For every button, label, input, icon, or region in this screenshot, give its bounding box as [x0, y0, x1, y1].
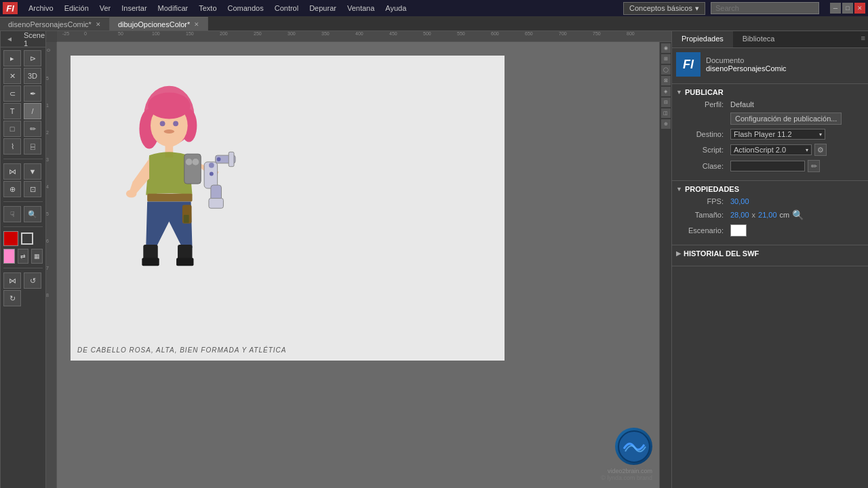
tab-propiedades[interactable]: Propiedades — [672, 31, 733, 47]
menu-texto[interactable]: Texto — [193, 3, 222, 14]
properties-header[interactable]: ▼ PROPIEDADES — [676, 185, 864, 193]
clase-input[interactable] — [730, 161, 805, 171]
ruler-label-7: 300 — [288, 31, 296, 36]
ruler-label-14: 650 — [525, 31, 533, 36]
menu-insertar[interactable]: Insertar — [116, 3, 152, 14]
right-tool-4[interactable]: ⊠ — [661, 76, 671, 85]
destino-dropdown[interactable]: Flash Player 11.2 ▾ — [730, 129, 825, 140]
menu-modificar[interactable]: Modificar — [153, 3, 194, 14]
fill-options-btn[interactable]: ▦ — [31, 249, 43, 264]
historial-label: HISTORIAL DEL SWF — [684, 249, 759, 258]
tool-extra[interactable]: ↻ — [3, 290, 21, 306]
tool-eraser[interactable]: ⊡ — [24, 181, 41, 197]
ruler-v-5: 4 — [46, 184, 49, 189]
tool-bone[interactable]: ⋈ — [3, 163, 21, 180]
ruler-row: -25 0 50 100 150 200 250 300 350 400 450… — [46, 31, 671, 42]
tab-diseno[interactable]: disenoPersonajesComic* ✕ — [0, 17, 110, 30]
right-tool-7[interactable]: ◫ — [661, 108, 671, 118]
svg-rect-20 — [147, 194, 192, 202]
unit-label: cm — [780, 211, 790, 219]
menu-archivo[interactable]: Archivo — [23, 3, 59, 14]
scene-label: Scene 1 — [24, 31, 45, 47]
tab-close-diseno[interactable]: ✕ — [96, 21, 101, 28]
watermark-line2: © lynda.com brand — [601, 474, 652, 481]
tool-pencil[interactable]: ✏ — [24, 121, 41, 137]
tool-subselection[interactable]: ⊳ — [24, 50, 41, 66]
tool-rotate[interactable]: ↺ — [24, 272, 41, 289]
stroke-color-swatch[interactable] — [21, 232, 33, 245]
tab-dibujo[interactable]: dibujoOpcionesColor* ✕ — [110, 17, 208, 30]
menu-ver[interactable]: Ver — [94, 3, 117, 14]
ruler-v-1: 5 — [46, 76, 49, 81]
script-settings-btn[interactable]: ⚙ — [814, 144, 827, 156]
swap-colors-btn[interactable]: ⇄ — [18, 249, 29, 264]
minimize-button[interactable]: ─ — [830, 3, 841, 14]
tool-eyedropper[interactable]: ⊕ — [3, 181, 21, 197]
tool-rect[interactable]: □ — [3, 121, 21, 137]
ruler-label-9: 400 — [355, 31, 363, 36]
menu-ventana[interactable]: Ventana — [342, 3, 380, 14]
workspace-dropdown[interactable]: Conceptos básicos ▾ — [623, 2, 705, 15]
script-dropdown[interactable]: ActionScript 2.0 ▾ — [730, 144, 812, 155]
perfil-value: Default — [730, 100, 754, 108]
right-tool-6[interactable]: ⊟ — [661, 98, 671, 107]
ruler-label-4: 150 — [186, 31, 194, 36]
right-tool-1[interactable]: ◉ — [661, 43, 671, 53]
svg-rect-17 — [184, 154, 201, 184]
svg-point-4 — [148, 92, 190, 119]
tool-deco[interactable]: ⌸ — [24, 138, 41, 155]
escenario-color-box[interactable] — [730, 224, 747, 237]
secondary-color-swatch[interactable] — [3, 249, 15, 264]
ruler-v-0: 0 — [46, 49, 51, 52]
tab-close-dibujo[interactable]: ✕ — [194, 21, 199, 28]
watermark-line1: video2brain.com — [601, 468, 652, 474]
tool-zoom[interactable]: 🔍 — [24, 206, 41, 222]
menu-edicion[interactable]: Edición — [59, 3, 94, 14]
tool-text[interactable]: T — [3, 103, 21, 119]
tool-selection[interactable]: ▸ — [3, 50, 21, 66]
canvas-scroll-area[interactable]: DE CABELLO ROSA, ALTA, BIEN FORMADA Y AT… — [57, 42, 659, 488]
right-tool-8[interactable]: ⊕ — [661, 119, 671, 129]
clase-edit-btn[interactable]: ✏ — [808, 160, 820, 172]
tool-brush[interactable]: ⌇ — [3, 138, 21, 155]
prop-perfil-row: Perfil: Default — [676, 100, 864, 108]
menu-ayuda[interactable]: Ayuda — [380, 3, 412, 14]
tool-bone2[interactable]: ⋈ — [3, 272, 21, 289]
prop-destino-row: Destino: Flash Player 11.2 ▾ — [676, 129, 864, 140]
tamano-magnify-icon[interactable]: 🔍 — [792, 209, 804, 220]
ruler-v-3: 2 — [46, 130, 49, 135]
historial-header[interactable]: ▶ HISTORIAL DEL SWF — [676, 249, 864, 258]
config-publicacion-btn[interactable]: Configuración de publicación... — [730, 113, 842, 125]
tab-bar: disenoPersonajesComic* ✕ dibujoOpcionesC… — [0, 16, 868, 31]
tool-pen[interactable]: ✒ — [24, 85, 41, 102]
right-tool-3[interactable]: ◯ — [661, 65, 671, 75]
scene-back-btn[interactable]: ◄ — [6, 35, 13, 43]
prop-escenario-row: Escenario: — [676, 224, 864, 237]
ruler-label-10: 450 — [389, 31, 397, 36]
panel-options-btn[interactable]: ≡ — [859, 31, 868, 47]
tool-lasso[interactable]: ⊂ — [3, 85, 21, 102]
close-button[interactable]: ✕ — [854, 3, 865, 14]
tool-hand[interactable]: ☟ — [3, 206, 21, 222]
fps-label: FPS: — [676, 197, 724, 205]
tool-3d[interactable]: 3D — [24, 68, 41, 84]
historial-arrow: ▶ — [676, 250, 681, 257]
search-input[interactable] — [711, 2, 819, 14]
prop-config-row: Configuración de publicación... — [676, 113, 864, 125]
menu-depurar[interactable]: Depurar — [304, 3, 342, 14]
tool-line[interactable]: / — [24, 103, 41, 119]
restore-button[interactable]: □ — [842, 3, 853, 14]
tool-paint-bucket[interactable]: ▼ — [24, 163, 41, 180]
tab-biblioteca[interactable]: Biblioteca — [733, 31, 785, 47]
doc-icon: Fl — [676, 52, 701, 77]
publicar-header[interactable]: ▼ PUBLICAR — [676, 88, 864, 96]
tool-free-transform[interactable]: ✕ — [3, 68, 21, 84]
right-tool-2[interactable]: ⊞ — [661, 54, 671, 64]
main-layout: ◄ Scene 1 📷 ⊡ 65% 100% 50% 25% ▸ ⊳ ✕ 3D … — [0, 31, 868, 488]
tools-nav-section: ☟ 🔍 — [1, 203, 45, 225]
right-tool-5[interactable]: ◈ — [661, 87, 671, 96]
menu-control[interactable]: Control — [269, 3, 304, 14]
fill-color-swatch[interactable] — [3, 231, 18, 246]
character-svg — [111, 76, 247, 354]
menu-comandos[interactable]: Comandos — [222, 3, 269, 14]
